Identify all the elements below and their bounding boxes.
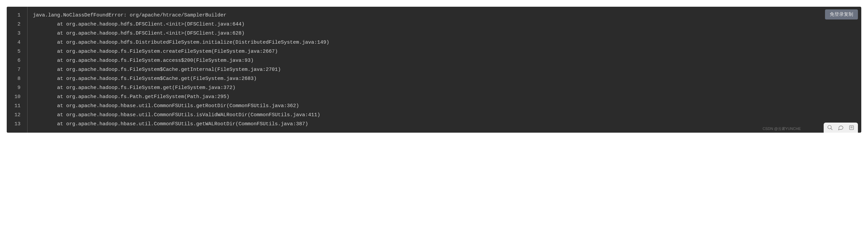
line-number: 12 [7,110,24,120]
code-content: 1 2 3 4 5 6 7 8 9 10 11 12 13 java.lang.… [7,7,861,133]
note-icon[interactable] [848,125,855,131]
line-numbers-gutter: 1 2 3 4 5 6 7 8 9 10 11 12 13 [7,7,28,133]
code-block: 免登录复制 1 2 3 4 5 6 7 8 9 10 11 12 13 java… [7,7,861,133]
line-number: 3 [7,29,24,38]
line-number: 11 [7,101,24,110]
line-number: 9 [7,83,24,92]
line-number: 10 [7,92,24,101]
bottom-toolbar [824,123,858,133]
comment-icon[interactable] [838,125,844,131]
watermark: CSDN @云雾YUNCHE [763,126,801,131]
line-number: 7 [7,65,24,74]
line-number: 8 [7,74,24,83]
code-lines[interactable]: java.lang.NoClassDefFoundError: org/apac… [28,7,861,133]
search-icon[interactable] [827,125,833,131]
line-number: 6 [7,56,24,65]
line-number: 1 [7,11,24,20]
line-number: 4 [7,38,24,47]
line-number: 13 [7,120,24,129]
line-number: 2 [7,20,24,29]
svg-point-0 [828,125,831,129]
svg-rect-2 [849,126,854,130]
line-number: 5 [7,47,24,56]
svg-line-1 [831,128,832,130]
copy-button[interactable]: 免登录复制 [825,9,858,20]
